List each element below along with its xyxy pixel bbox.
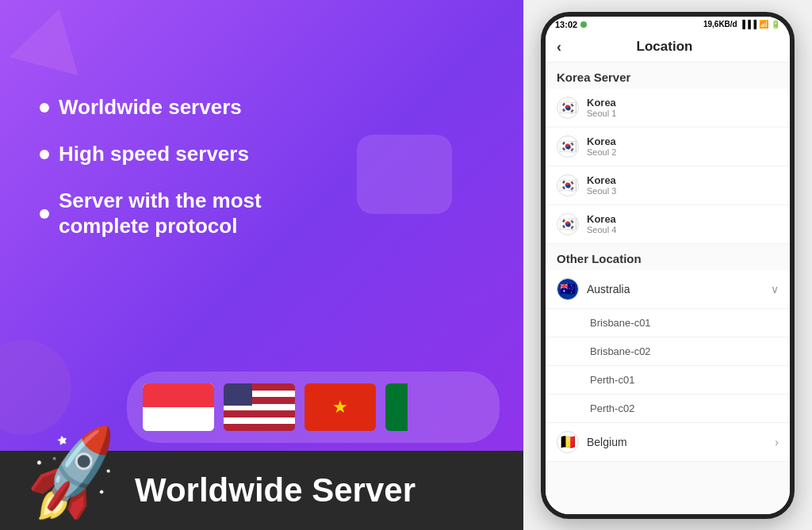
flag-uae [385, 383, 457, 431]
triangle-decoration [10, 0, 94, 75]
bottom-bar-text: Worldwide Server [135, 471, 416, 509]
flags-container: ★ [127, 372, 500, 443]
chevron-down-icon-australia: ∨ [771, 283, 779, 296]
server-info-korea-3: Korea Seoul 3 [587, 174, 616, 196]
bullet-text-2: High speed servers [59, 142, 249, 166]
location-row-australia[interactable]: 🇦🇺 Australia ∨ [546, 270, 790, 309]
flag-usa [224, 383, 295, 431]
korea-flag-1: 🇰🇷 [557, 97, 579, 119]
bullet-text-3: Server with the mostcomplete protocol [59, 189, 262, 238]
location-name-australia: Australia [587, 283, 763, 296]
bullet-dot-1 [40, 103, 49, 112]
korea-server-section-header: Korea Server [546, 63, 790, 89]
korea-flag-3: 🇰🇷 [557, 174, 579, 196]
bullet-text-1: Worldwide servers [59, 95, 242, 120]
location-name-belgium: Belgium [587, 436, 767, 448]
other-location-section-header: Other Location [546, 244, 790, 270]
location-row-belgium[interactable]: 🇧🇪 Belgium › [546, 423, 790, 462]
phone-content[interactable]: Korea Server 🇰🇷 Korea Seoul 1 🇰🇷 Korea S… [546, 63, 790, 514]
back-button[interactable]: ‹ [557, 39, 561, 55]
server-name-korea-4: Korea [587, 213, 616, 225]
sublocation-brisbane-c02[interactable]: Brisbane-c02 [546, 337, 790, 366]
status-right: 19,6KB/d ▐▐▐ 📶 🔋 [703, 20, 780, 29]
rocket-emoji: 🚀 [17, 421, 131, 530]
server-name-korea-1: Korea [587, 97, 616, 109]
phone-header: ‹ Location [546, 32, 790, 63]
bullet-dot-3 [40, 209, 49, 219]
server-sub-korea-3: Seoul 3 [587, 186, 616, 196]
status-time: 13:02 [555, 20, 577, 29]
server-info-korea-2: Korea Seoul 2 [587, 135, 616, 157]
server-name-korea-2: Korea [587, 135, 616, 147]
wifi-icon: 📶 [759, 20, 768, 29]
korea-flag-2: 🇰🇷 [557, 135, 579, 158]
server-sub-korea-2: Seoul 2 [587, 147, 616, 157]
flag-singapore [143, 383, 214, 431]
server-row-korea-3[interactable]: 🇰🇷 Korea Seoul 3 [546, 166, 790, 205]
server-info-korea-1: Korea Seoul 1 [587, 97, 616, 118]
battery-icon: 🔋 [771, 20, 780, 29]
status-dot [580, 21, 587, 28]
rounded-rect-decoration [357, 135, 452, 214]
server-row-korea-2[interactable]: 🇰🇷 Korea Seoul 2 [546, 128, 790, 166]
server-row-korea-1[interactable]: 🇰🇷 Korea Seoul 1 [546, 89, 790, 128]
data-speed: 19,6KB/d [703, 20, 737, 29]
sublocation-perth-c01[interactable]: Perth-c01 [546, 366, 790, 395]
bullet-item-1: Worldwide servers [40, 95, 492, 120]
server-sub-korea-4: Seoul 4 [587, 225, 616, 234]
rocket-illustration: 🚀 [24, 372, 135, 530]
status-left: 13:02 [555, 20, 587, 29]
server-info-korea-4: Korea Seoul 4 [587, 213, 616, 234]
header-title: Location [569, 39, 760, 55]
server-name-korea-3: Korea [587, 174, 616, 186]
sublocation-perth-c02[interactable]: Perth-c02 [546, 395, 790, 423]
status-bar: 13:02 19,6KB/d ▐▐▐ 📶 🔋 [546, 17, 790, 32]
belgium-flag: 🇧🇪 [557, 431, 579, 453]
right-section: 13:02 19,6KB/d ▐▐▐ 📶 🔋 ‹ Location Korea … [523, 0, 812, 530]
flag-china: ★ [304, 383, 376, 431]
bullet-dot-2 [40, 150, 49, 159]
left-section: Worldwide servers High speed servers Ser… [0, 0, 523, 530]
australia-flag: 🇦🇺 [557, 278, 579, 300]
signal-icon: ▐▐▐ [740, 20, 756, 29]
chevron-right-icon-belgium: › [775, 436, 779, 448]
sublocation-brisbane-c01[interactable]: Brisbane-c01 [546, 309, 790, 337]
korea-flag-4: 🇰🇷 [557, 213, 579, 235]
phone-mockup: 13:02 19,6KB/d ▐▐▐ 📶 🔋 ‹ Location Korea … [541, 12, 795, 519]
server-sub-korea-1: Seoul 1 [587, 109, 616, 118]
server-row-korea-4[interactable]: 🇰🇷 Korea Seoul 4 [546, 205, 790, 244]
